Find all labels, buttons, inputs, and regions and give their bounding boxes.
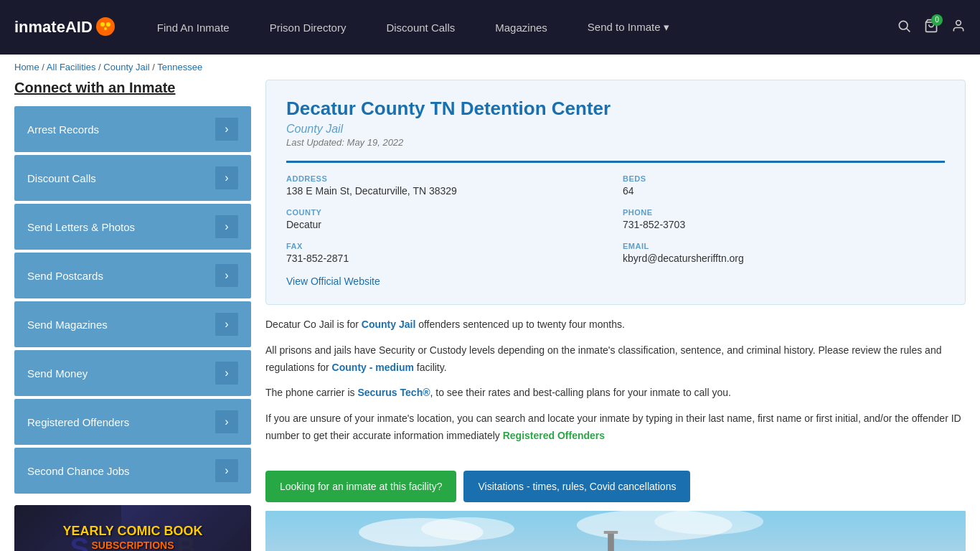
header-icons: 0 bbox=[897, 19, 966, 37]
visitations-button[interactable]: Visitations - times, rules, Covid cancel… bbox=[463, 471, 690, 502]
info-fax: FAX 731-852-2871 bbox=[286, 242, 608, 264]
chevron-right-icon: › bbox=[215, 264, 238, 287]
nav-send-to-inmate[interactable]: Send to Inmate ▾ bbox=[567, 0, 689, 55]
search-button[interactable] bbox=[897, 19, 911, 37]
beds-value: 64 bbox=[623, 185, 945, 197]
facility-last-updated: Last Updated: May 19, 2022 bbox=[286, 137, 945, 148]
main-layout: Connect with an Inmate Arrest Records › … bbox=[0, 80, 980, 551]
registered-offenders-link[interactable]: Registered Offenders bbox=[503, 430, 605, 441]
fax-label: FAX bbox=[286, 242, 608, 250]
facility-description: Decatur Co Jail is for County Jail offen… bbox=[265, 305, 966, 465]
main-header: inmateAID Find An Inmate Prison Director… bbox=[0, 0, 980, 55]
desc-para-2: All prisons and jails have Security or C… bbox=[265, 342, 966, 377]
nav-find-inmate[interactable]: Find An Inmate bbox=[137, 0, 250, 55]
nav-prison-directory[interactable]: Prison Directory bbox=[250, 0, 367, 55]
find-inmate-button[interactable]: Looking for an inmate at this facility? bbox=[265, 471, 456, 502]
breadcrumb: Home / All Facilities / County Jail / Te… bbox=[0, 55, 980, 80]
nav-discount-calls[interactable]: Discount Calls bbox=[366, 0, 475, 55]
sidebar-menu: Arrest Records › Discount Calls › Send L… bbox=[14, 106, 251, 494]
chevron-right-icon: › bbox=[215, 410, 238, 433]
sidebar-item-magazines[interactable]: Send Magazines › bbox=[14, 301, 251, 347]
sidebar-advertisement[interactable]: S B YEARLY COMIC BOOK SUBSCRIPTIONS STAR… bbox=[14, 505, 251, 551]
sidebar-item-money[interactable]: Send Money › bbox=[14, 350, 251, 396]
logo-text: inmateAID bbox=[14, 18, 93, 37]
main-content: Decatur County TN Detention Center Count… bbox=[265, 80, 966, 551]
desc-para-3: The phone carrier is Securus Tech®, to s… bbox=[265, 385, 966, 402]
sidebar-item-postcards[interactable]: Send Postcards › bbox=[14, 253, 251, 298]
breadcrumb-home[interactable]: Home bbox=[14, 62, 39, 72]
facility-photo bbox=[265, 511, 966, 551]
sidebar-item-discount-calls[interactable]: Discount Calls › bbox=[14, 155, 251, 201]
sidebar: Connect with an Inmate Arrest Records › … bbox=[14, 80, 251, 551]
svg-line-5 bbox=[907, 28, 910, 32]
action-buttons: Looking for an inmate at this facility? … bbox=[265, 471, 966, 502]
email-value: kbyrd@decatursherifftn.org bbox=[623, 253, 945, 264]
facility-title: Decatur County TN Detention Center bbox=[286, 98, 945, 120]
facility-type: County Jail bbox=[286, 123, 945, 136]
svg-point-3 bbox=[104, 27, 107, 30]
desc-para-1: Decatur Co Jail is for County Jail offen… bbox=[265, 316, 966, 334]
breadcrumb-state[interactable]: Tennessee bbox=[157, 62, 202, 72]
chevron-right-icon: › bbox=[215, 166, 238, 189]
view-website-link[interactable]: View Official Website bbox=[286, 276, 380, 287]
info-beds: BEDS 64 bbox=[623, 174, 945, 197]
svg-point-4 bbox=[899, 21, 908, 29]
svg-point-2 bbox=[106, 22, 110, 27]
phone-value: 731-852-3703 bbox=[623, 219, 945, 230]
county-medium-link[interactable]: County - medium bbox=[332, 362, 414, 373]
user-button[interactable] bbox=[951, 19, 966, 37]
desc-para-4: If you are unsure of your inmate's locat… bbox=[265, 410, 966, 445]
svg-point-0 bbox=[96, 17, 115, 36]
chevron-right-icon: › bbox=[215, 215, 238, 238]
sidebar-item-registered-offenders[interactable]: Registered Offenders › bbox=[14, 399, 251, 445]
phone-label: PHONE bbox=[623, 208, 945, 217]
facility-card: Decatur County TN Detention Center Count… bbox=[265, 80, 966, 305]
county-jail-link[interactable]: County Jail bbox=[362, 319, 415, 330]
chevron-right-icon: › bbox=[215, 459, 238, 482]
sidebar-title: Connect with an Inmate bbox=[14, 80, 251, 96]
nav-magazines[interactable]: Magazines bbox=[475, 0, 567, 55]
main-nav: Find An Inmate Prison Directory Discount… bbox=[137, 0, 897, 55]
svg-rect-14 bbox=[604, 531, 618, 534]
chevron-right-icon: › bbox=[215, 118, 238, 141]
sidebar-item-second-chance-jobs[interactable]: Second Chance Jobs › bbox=[14, 448, 251, 494]
cart-badge: 0 bbox=[931, 14, 943, 26]
svg-point-7 bbox=[956, 20, 961, 25]
chevron-right-icon: › bbox=[215, 362, 238, 385]
address-label: ADDRESS bbox=[286, 174, 608, 183]
breadcrumb-all-facilities[interactable]: All Facilities bbox=[47, 62, 96, 72]
county-label: COUNTY bbox=[286, 208, 608, 217]
svg-point-10 bbox=[421, 517, 514, 540]
sidebar-item-arrest-records[interactable]: Arrest Records › bbox=[14, 106, 251, 152]
info-county: COUNTY Decatur bbox=[286, 208, 608, 230]
chevron-right-icon: › bbox=[215, 313, 238, 336]
ad-title-line1: YEARLY COMIC BOOK bbox=[36, 524, 230, 540]
facility-info-grid: ADDRESS 138 E Main St, Decaturville, TN … bbox=[286, 161, 945, 264]
email-label: EMAIL bbox=[623, 242, 945, 250]
ad-title-line2: SUBSCRIPTIONS bbox=[36, 540, 230, 551]
beds-label: BEDS bbox=[623, 174, 945, 183]
county-value: Decatur bbox=[286, 219, 608, 230]
address-value: 138 E Main St, Decaturville, TN 38329 bbox=[286, 185, 608, 197]
logo[interactable]: inmateAID bbox=[14, 17, 116, 39]
securus-link[interactable]: Securus Tech® bbox=[357, 387, 430, 398]
info-phone: PHONE 731-852-3703 bbox=[623, 208, 945, 230]
info-address: ADDRESS 138 E Main St, Decaturville, TN … bbox=[286, 174, 608, 197]
cart-button[interactable]: 0 bbox=[924, 19, 938, 37]
breadcrumb-county-jail[interactable]: County Jail bbox=[103, 62, 149, 72]
svg-rect-13 bbox=[608, 532, 614, 551]
sidebar-item-letters-photos[interactable]: Send Letters & Photos › bbox=[14, 204, 251, 250]
svg-point-1 bbox=[100, 22, 105, 27]
info-email: EMAIL kbyrd@decatursherifftn.org bbox=[623, 242, 945, 264]
fax-value: 731-852-2871 bbox=[286, 253, 608, 264]
